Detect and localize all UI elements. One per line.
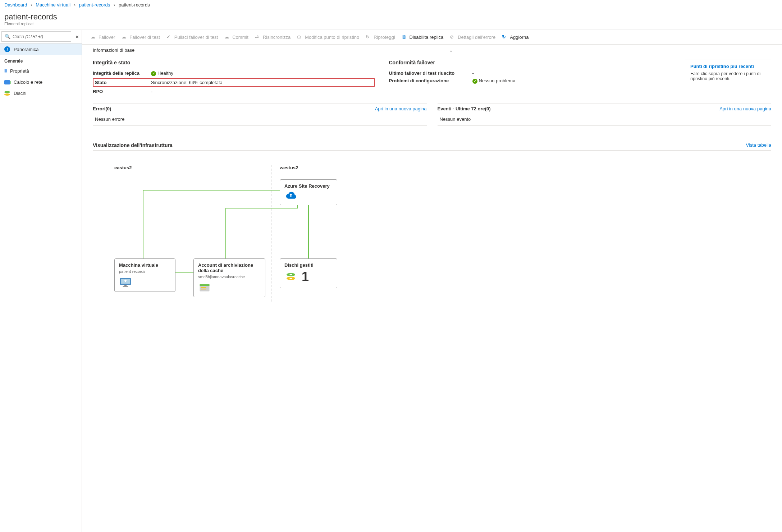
resync-button[interactable]: ⇄Risincronizza <box>253 33 293 41</box>
chevron-down-icon[interactable]: ⌄ <box>449 47 453 53</box>
search-input-wrapper[interactable]: 🔍 <box>1 31 71 42</box>
chevron-right-icon: › <box>74 2 76 8</box>
info-icon: i <box>4 46 10 52</box>
commit-button[interactable]: ☁Commit <box>222 33 251 41</box>
infrastructure-diagram: eastus2 westus2 Azure Site Recovery Macc… <box>96 158 768 309</box>
essentials-header[interactable]: Informazioni di base ⌄ <box>93 45 771 56</box>
status-value: Sincronizzazione: 64% completata <box>151 80 223 85</box>
vm-icon <box>119 276 132 288</box>
trash-icon: 🗑 <box>402 34 407 40</box>
recovery-points-desc: Fare clic sopra per vedere i punti di ri… <box>690 71 766 81</box>
error-details-button[interactable]: ⊘Dettagli dell'errore <box>448 33 498 41</box>
config-issues-label: Problemi di configurazione <box>389 78 468 84</box>
check-icon: ✓ <box>472 79 477 84</box>
label: Aggiorna <box>510 35 529 40</box>
errors-body: Nessun errore <box>93 114 427 125</box>
node-asr[interactable]: Azure Site Recovery <box>280 179 337 205</box>
sidebar-item-compute[interactable]: Calcolo e rete <box>0 77 82 88</box>
toolbar: ☁Failover ☁Failover di test ✔Pulisci fai… <box>82 30 782 45</box>
status-row-highlighted: Stato Sincronizzazione: 64% completata <box>93 78 375 87</box>
events-title: Eventi - Ultime 72 ore(0) <box>438 106 491 111</box>
rpo-label: RPO <box>93 89 147 94</box>
breadcrumb: Dashboard › Macchine virtuali › patient-… <box>0 0 782 10</box>
refresh-button[interactable]: ↻Aggiorna <box>500 33 531 41</box>
status-label: Stato <box>95 80 147 85</box>
label: Modifica punto di ripristino <box>305 35 359 40</box>
node-cache-storage[interactable]: Account di archiviazione della cache smd… <box>193 258 265 297</box>
breadcrumb-link-resource[interactable]: patient-records <box>79 2 110 8</box>
breadcrumb-link-dashboard[interactable]: Dashboard <box>4 2 27 8</box>
label: Failover <box>99 35 115 40</box>
search-input[interactable] <box>13 34 68 39</box>
last-test-failover-value: - <box>472 70 671 76</box>
cloud-recovery-icon <box>284 190 297 200</box>
rpo-value: - <box>151 89 375 94</box>
svg-rect-8 <box>201 287 206 288</box>
failover-icon: ☁ <box>91 34 96 40</box>
breadcrumb-link-vms[interactable]: Macchine virtuali <box>36 2 70 8</box>
cleanup-button[interactable]: ✔Pulisci failover di test <box>164 33 220 41</box>
label: Disabilita replica <box>410 35 444 40</box>
search-icon: 🔍 <box>5 34 10 39</box>
failover-button[interactable]: ☁Failover <box>88 33 117 41</box>
properties-icon: ⦀⦀ <box>4 68 6 74</box>
node-subtitle: patient-records <box>119 269 171 274</box>
resync-icon: ⇄ <box>255 34 261 40</box>
svg-rect-4 <box>124 285 127 286</box>
disks-count: 1 <box>302 269 309 284</box>
errors-panel: Errori(0) Apri in una nuova pagina Nessu… <box>93 104 427 126</box>
region-divider <box>271 165 271 302</box>
sidebar-item-label: Panoramica <box>14 47 38 52</box>
disks-icon <box>4 91 10 96</box>
change-recovery-point-button[interactable]: ◷Modifica punto di ripristino <box>295 33 361 41</box>
main-content: ☁Failover ☁Failover di test ✔Pulisci fai… <box>82 30 782 532</box>
essentials-title: Informazioni di base <box>93 47 134 53</box>
sidebar-item-label: Dischi <box>14 91 26 96</box>
node-managed-disks[interactable]: Dischi gestiti 1 <box>280 258 337 288</box>
health-status-column: Integrità e stato Integrità della replic… <box>93 60 375 96</box>
table-view-link[interactable]: Vista tabella <box>746 142 771 148</box>
label: Pulisci failover di test <box>174 35 218 40</box>
svg-point-11 <box>289 274 292 275</box>
sidebar-item-overview[interactable]: i Panoramica <box>0 43 82 55</box>
label: Commit <box>232 35 248 40</box>
check-icon: ✓ <box>151 71 156 76</box>
svg-rect-5 <box>123 286 128 286</box>
page-header: patient-records Elementi replicati <box>0 10 782 30</box>
config-issues-value: ✓Nessun problema <box>472 78 671 84</box>
svg-rect-7 <box>200 284 210 286</box>
label: Risincronizza <box>263 35 291 40</box>
node-vm[interactable]: Macchina virtuale patient-records <box>114 258 175 292</box>
node-subtitle: smd3hjlamnavaulasrcache <box>198 275 261 279</box>
sidebar-item-label: Proprietà <box>10 68 29 74</box>
test-failover-button[interactable]: ☁Failover di test <box>119 33 162 41</box>
reprotect-icon: ↻ <box>366 34 371 40</box>
region-right-label: westus2 <box>280 165 298 170</box>
label: Riproteggi <box>374 35 395 40</box>
node-title: Account di archiviazione della cache <box>198 262 261 273</box>
errors-open-link[interactable]: Apri in una nuova pagina <box>375 106 427 111</box>
sidebar-item-disks[interactable]: Dischi <box>0 88 82 99</box>
disable-replication-button[interactable]: 🗑Disabilita replica <box>399 33 446 41</box>
label: Failover di test <box>129 35 160 40</box>
recovery-points-title: Punti di ripristino più recenti <box>690 64 766 69</box>
last-test-failover-label: Ultimo failover di test riuscito <box>389 70 468 76</box>
label: Dettagli dell'errore <box>458 35 495 40</box>
sidebar-item-properties[interactable]: ⦀⦀ Proprietà <box>0 65 82 77</box>
sidebar-item-label: Calcolo e rete <box>14 79 42 85</box>
recovery-points-box[interactable]: Punti di ripristino più recenti Fare cli… <box>685 60 771 85</box>
error-icon: ⊘ <box>450 34 456 40</box>
events-open-link[interactable]: Apri in una nuova pagina <box>719 106 771 111</box>
infrastructure-title: Visualizzazione dell'infrastruttura <box>93 142 173 148</box>
errors-title: Errori(0) <box>93 106 111 111</box>
region-left-label: eastus2 <box>114 165 132 170</box>
storage-icon <box>198 282 211 293</box>
chevron-right-icon: › <box>114 2 115 8</box>
reprotect-button[interactable]: ↻Riproteggi <box>363 33 397 41</box>
clock-icon: ◷ <box>297 34 303 40</box>
collapse-sidebar-icon[interactable]: « <box>73 33 82 40</box>
events-body: Nessun evento <box>438 114 772 125</box>
check-icon: ✔ <box>166 34 172 40</box>
managed-disks-icon <box>284 271 297 283</box>
sidebar: 🔍 « i Panoramica Generale ⦀⦀ Proprietà C… <box>0 30 82 532</box>
